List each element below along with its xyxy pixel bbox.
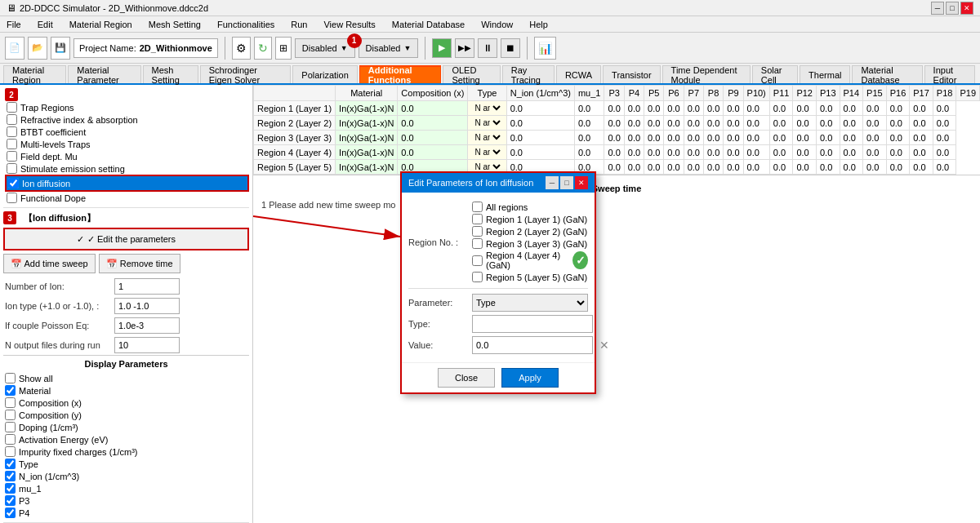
cb-mu1[interactable]: mu_1 [3,482,249,494]
value-input[interactable] [472,336,593,354]
checkbox-btbt[interactable]: BTBT coefficient [5,126,249,138]
checkbox-functional-dope[interactable]: Functional Dope [5,192,249,204]
trap-regions-checkbox[interactable] [7,102,17,113]
grid-button[interactable]: ⊞ [275,37,292,60]
region-5-checkbox[interactable] [472,272,483,282]
type-select[interactable]: N and mu [471,117,502,128]
show-all-1-checkbox[interactable] [5,373,16,383]
type-cell[interactable]: N and mu [468,116,506,131]
close-button[interactable]: ✕ [960,2,973,15]
checkbox-ion-diffusion[interactable]: Ion diffusion [5,175,249,192]
tab-material-parameter[interactable]: Material Parameter [68,65,140,83]
region-2[interactable]: Region 2 (Layer 2) (GaN) [472,225,588,237]
cb-composition-y[interactable]: Composition (y) [3,409,249,421]
type-select[interactable]: N and mu [471,147,502,157]
cb-p3[interactable]: P3 [3,494,249,507]
menu-file[interactable]: File [3,18,24,31]
tab-material-region[interactable]: Material Region [3,65,66,83]
checkbox-trap-regions[interactable]: Trap Regions [5,101,249,113]
add-time-sweep-button[interactable]: 📅 Add time sweep [3,254,96,273]
region-1-checkbox[interactable] [472,214,483,224]
ion-type-input[interactable] [114,298,180,314]
menu-edit[interactable]: Edit [34,18,56,31]
type-cell[interactable]: N and mu [468,145,506,160]
field-dept-checkbox[interactable] [7,151,17,162]
open-button[interactable]: 📂 [28,37,47,60]
type-select[interactable]: N and mu [471,132,502,143]
p4-checkbox[interactable] [5,507,16,518]
tab-time-dependent[interactable]: Time Dependent Module [662,65,751,83]
tab-ray-tracing[interactable]: Ray Tracing [502,65,555,83]
refractive-checkbox[interactable] [7,114,17,125]
new-button[interactable]: 📄 [5,37,24,60]
tab-mesh-setting[interactable]: Mesh Setting [143,65,198,83]
pause-button[interactable]: ⏸ [478,38,497,58]
modal-close-x-button[interactable]: ✕ [575,176,588,189]
mu1-checkbox[interactable] [5,483,16,494]
menu-help[interactable]: Help [526,18,551,31]
num-of-ion-input[interactable] [114,278,180,295]
n-ion-checkbox[interactable] [5,471,16,481]
edit-parameters-button[interactable]: ✓ ✓ Edit the parameters [3,228,249,250]
region-all[interactable]: All regions [472,201,588,213]
menu-view-results[interactable]: View Results [320,18,378,31]
checkbox-multi-levels[interactable]: Multi-levels Traps [5,138,249,150]
play-button[interactable]: ▶ [432,38,452,58]
composition-x-checkbox[interactable] [5,397,16,408]
tab-transistor[interactable]: Transistor [603,65,661,83]
cb-n-ion[interactable]: N_ion (1/cm^3) [3,470,249,482]
cb-impurity[interactable]: Impurity fixed charges (1/cm³) [3,445,249,458]
ion-diffusion-checkbox[interactable] [8,178,19,188]
type-select[interactable]: N and mu [471,103,502,113]
clear-value-button[interactable]: ✕ [596,337,612,353]
region-2-checkbox[interactable] [472,226,483,237]
settings-button[interactable]: ⚙ [232,37,251,60]
modal-minimize-button[interactable]: ─ [546,176,559,189]
close-button[interactable]: Close [438,368,495,388]
tab-schrodinger[interactable]: Schrodinger Eigen Solver [200,65,292,83]
functional-dope-checkbox[interactable] [7,193,17,203]
menu-material-database[interactable]: Material Database [389,18,468,31]
disabled-btn-2[interactable]: Disabled ▼ [359,38,419,58]
tab-rcwa[interactable]: RCWA [556,65,601,83]
multi-levels-checkbox[interactable] [7,139,17,149]
tab-additional-functions[interactable]: Additional Functions [359,65,442,83]
menu-mesh-setting[interactable]: Mesh Setting [145,18,204,31]
p3-checkbox[interactable] [5,495,16,506]
composition-y-checkbox[interactable] [5,410,16,420]
disabled-btn-1[interactable]: Disabled ▼ [295,38,355,58]
type-cell[interactable]: N and mu [468,101,506,116]
minimize-button[interactable]: ─ [931,2,944,15]
refresh-button[interactable]: ↻ [254,37,272,60]
btbt-checkbox[interactable] [7,126,17,137]
cb-show-all-1[interactable]: Show all [3,372,249,384]
cb-p4[interactable]: P4 [3,507,249,519]
tab-polarization[interactable]: Polarization [292,65,357,83]
region-confirm-button[interactable]: ✓ [572,251,588,269]
cb-material[interactable]: Material [3,384,249,397]
checkbox-stimulate[interactable]: Stimulate emission setting [5,162,249,175]
stop-button[interactable]: ⏹ [501,38,520,58]
apply-button[interactable]: Apply [501,368,559,388]
modal-maximize-button[interactable]: □ [560,176,573,189]
save-button[interactable]: 💾 [51,37,70,60]
activation-energy-checkbox[interactable] [5,434,16,445]
maximize-button[interactable]: □ [946,2,959,15]
checkbox-refractive[interactable]: Refractive index & absorption [5,113,249,126]
region-5[interactable]: Region 5 (Layer 5) (GaN) [472,271,588,283]
region-4-checkbox[interactable] [472,255,483,266]
menu-window[interactable]: Window [478,18,516,31]
cb-doping[interactable]: Doping (1/cm³) [3,421,249,433]
fast-forward-button[interactable]: ▶▶ [455,38,474,58]
parameter-select[interactable]: Type [472,294,588,312]
chart-button[interactable]: 📊 [534,37,556,60]
type-input[interactable] [472,315,593,333]
impurity-checkbox[interactable] [5,446,16,457]
remove-time-button[interactable]: 📅 Remove time [99,254,180,273]
type-checkbox[interactable] [5,459,16,469]
checkbox-field-dept[interactable]: Field dept. Mu [5,150,249,162]
menu-functionalities[interactable]: Functionalities [214,18,278,31]
cb-activation-energy[interactable]: Activation Energy (eV) [3,433,249,445]
cb-composition-x[interactable]: Composition (x) [3,397,249,409]
region-3[interactable]: Region 3 (Layer 3) (GaN) [472,237,588,250]
